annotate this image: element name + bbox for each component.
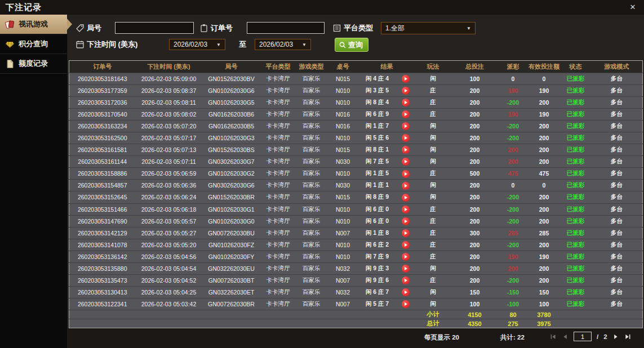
cell-round-number: GN016262030B6: [202, 109, 261, 121]
cell-bet-time: 2026-02-03 05:08:37: [136, 85, 202, 97]
platform-type-label: 平台类型: [344, 23, 373, 33]
cell-total-bet: 200: [451, 191, 499, 203]
date-from-select[interactable]: 2026/02/03 ▼: [169, 39, 225, 50]
last-page-icon[interactable]: [624, 333, 631, 340]
play-video-button[interactable]: [402, 182, 410, 190]
sidebar-item-label: 积分查询: [19, 39, 48, 49]
cell-play-type: 闲: [415, 191, 451, 203]
cell-total-bet: 200: [451, 203, 499, 215]
search-icon: [339, 41, 347, 49]
play-video-button[interactable]: [402, 241, 410, 249]
cell-game-type: 百家乐: [296, 239, 327, 251]
cell-platform: 卡卡湾厅: [261, 168, 296, 180]
platform-type-select[interactable]: 1.全部 ▼: [381, 22, 476, 34]
play-video-button[interactable]: [402, 134, 410, 142]
records-table: 订单号 下注时间 (美东) 局号 平台类型 游戏类型 桌号 结果 玩法 总投注 …: [69, 60, 642, 328]
cell-game-mode: 多台: [591, 298, 643, 310]
cell-order-number: 260203053142129: [69, 227, 136, 239]
cell-order-number: 260203053141078: [69, 239, 136, 251]
cell-table-number: N010: [327, 168, 359, 180]
cell-round-number: GN007262030BR: [202, 298, 261, 310]
play-video-button[interactable]: [402, 194, 410, 202]
cell-game-type: 百家乐: [296, 298, 327, 310]
cell-round-number: GN030262030G6: [202, 180, 261, 191]
play-icon: [405, 113, 407, 116]
pagination: / 2: [550, 332, 631, 341]
play-video-button[interactable]: [402, 75, 410, 83]
play-video-button[interactable]: [402, 170, 410, 178]
first-page-icon[interactable]: [550, 333, 557, 340]
play-video-button[interactable]: [402, 253, 410, 261]
cell-result: 闲 9 庄 6: [359, 274, 396, 286]
cell-order-number: 260203053135880: [69, 262, 136, 274]
cell-bet-time: 2026-02-03 05:04:54: [136, 262, 202, 274]
cell-order-number: 260203053151466: [69, 203, 136, 215]
cell-table-number: N030: [327, 180, 359, 191]
cell-bet-time: 2026-02-03 05:04:25: [136, 286, 202, 298]
cell-game-mode: 多台: [591, 144, 643, 156]
page-number-input[interactable]: [574, 332, 592, 341]
table-row: 260203053172036 2026-02-03 05:08:11 GN01…: [69, 97, 643, 109]
cell-play: [396, 274, 415, 286]
play-video-button[interactable]: [402, 99, 410, 106]
header-total-bet: 总投注: [451, 61, 499, 73]
search-button[interactable]: 查询: [335, 38, 368, 52]
page-separator: /: [597, 333, 598, 340]
cell-table-number: N007: [327, 227, 359, 239]
play-video-button[interactable]: [402, 206, 410, 213]
sidebar: 视讯游戏 积分查询 额度记录: [0, 15, 68, 348]
cell-bet-time: 2026-02-03 05:06:36: [136, 180, 202, 191]
cell-game-mode: 多台: [591, 97, 643, 109]
play-video-button[interactable]: [402, 288, 410, 296]
order-number-input[interactable]: [247, 22, 325, 34]
cell-bet-time: 2026-02-03 05:05:57: [136, 215, 202, 227]
close-icon[interactable]: ✕: [628, 3, 637, 12]
play-video-button[interactable]: [402, 217, 410, 225]
header-round: 局号: [202, 61, 261, 73]
cell-game-type: 百家乐: [296, 215, 327, 227]
cell-platform: 卡卡湾厅: [261, 203, 296, 215]
cell-game-mode: 多台: [591, 168, 643, 180]
cell-order-number: 260203053170540: [69, 109, 136, 121]
cell-round-number: GN010262030G3: [202, 132, 261, 144]
cell-platform: 卡卡湾厅: [261, 274, 296, 286]
cell-payout: 200: [499, 156, 528, 168]
play-icon: [405, 172, 407, 176]
cell-status: 已派彩: [561, 168, 591, 180]
tag-icon: [75, 24, 85, 33]
play-video-button[interactable]: [402, 146, 410, 154]
cell-valid-bet: 200: [528, 191, 561, 203]
play-icon: [405, 148, 407, 151]
cell-game-mode: 多台: [591, 85, 643, 97]
cell-payout: 200: [499, 262, 528, 274]
play-video-button[interactable]: [402, 276, 410, 284]
cell-total-bet: 200: [451, 251, 499, 262]
header-payout: 派彩: [499, 61, 528, 73]
sidebar-item-quota-records[interactable]: 额度记录: [0, 54, 67, 74]
cell-payout: 190: [499, 251, 528, 262]
cell-total-bet: 500: [451, 168, 499, 180]
play-video-button[interactable]: [402, 265, 410, 273]
total-row: 总计 4350 275 3975: [69, 319, 643, 328]
sidebar-item-points-query[interactable]: 积分查询: [0, 34, 67, 54]
cell-payout: -200: [499, 203, 528, 215]
table-row: 260203053170540 2026-02-03 05:08:02 GN01…: [69, 109, 643, 121]
play-video-button[interactable]: [402, 122, 410, 130]
play-video-button[interactable]: [402, 229, 410, 237]
play-video-button[interactable]: [402, 87, 410, 95]
next-page-icon[interactable]: [612, 333, 619, 340]
play-video-button[interactable]: [402, 158, 410, 166]
cell-result: 闲 6 庄 7: [359, 286, 396, 298]
cell-total-bet: 200: [451, 132, 499, 144]
cell-table-number: N007: [327, 298, 359, 310]
prev-page-icon[interactable]: [562, 333, 569, 340]
sidebar-item-video-games[interactable]: 视讯游戏: [0, 15, 67, 34]
round-number-input[interactable]: [115, 22, 194, 34]
date-to-select[interactable]: 2026/02/03 ▼: [255, 39, 311, 50]
play-video-button[interactable]: [402, 110, 410, 118]
cell-bet-time: 2026-02-03 05:06:59: [136, 168, 202, 180]
cell-result: 闲 9 庄 3: [359, 262, 396, 274]
cell-play-type: 闲: [415, 286, 451, 298]
cell-table-number: N010: [327, 85, 359, 97]
play-video-button[interactable]: [402, 300, 410, 308]
